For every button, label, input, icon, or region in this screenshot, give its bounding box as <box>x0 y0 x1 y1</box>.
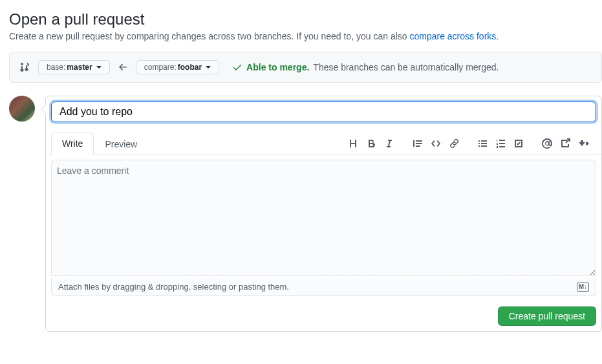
reply-icon[interactable] <box>575 136 591 151</box>
cross-reference-icon[interactable] <box>557 136 573 151</box>
page-header: Open a pull request Create a new pull re… <box>9 10 602 41</box>
check-icon <box>232 62 242 72</box>
markdown-badge-icon[interactable]: M↓ <box>577 283 589 292</box>
page-subtitle: Create a new pull request by comparing c… <box>9 31 602 41</box>
markdown-toolbar <box>335 136 596 151</box>
branch-compare-bar: base: master compare: foobar Able to mer… <box>9 52 602 83</box>
git-compare-icon <box>20 62 30 72</box>
avatar <box>9 96 35 122</box>
composer: Write Preview <box>45 96 602 332</box>
page-title: Open a pull request <box>9 10 602 28</box>
caret-down-icon <box>206 66 211 69</box>
caret-down-icon <box>96 66 102 69</box>
heading-icon[interactable] <box>345 136 361 151</box>
tabnav: Write Preview <box>46 127 601 155</box>
attach-hint[interactable]: Attach files by dragging & dropping, sel… <box>51 278 596 296</box>
mention-icon[interactable] <box>539 136 555 151</box>
merge-status: Able to merge. These branches can be aut… <box>232 62 499 72</box>
bold-icon[interactable] <box>363 136 379 151</box>
pr-title-input[interactable] <box>51 102 596 122</box>
compare-branch-button[interactable]: compare: foobar <box>136 60 219 74</box>
italic-icon[interactable] <box>382 136 397 151</box>
bullet-list-icon[interactable] <box>475 136 490 151</box>
code-icon[interactable] <box>428 136 444 151</box>
discussion: Write Preview <box>9 96 602 332</box>
base-branch-button[interactable]: base: master <box>38 60 110 74</box>
numbered-list-icon[interactable] <box>493 136 508 151</box>
link-icon[interactable] <box>446 136 462 151</box>
create-pull-request-button[interactable]: Create pull request <box>498 306 596 326</box>
compare-forks-link[interactable]: compare across forks <box>409 31 496 41</box>
tasklist-icon[interactable] <box>511 136 526 151</box>
arrow-left-icon <box>118 62 128 72</box>
quote-icon[interactable] <box>410 136 425 151</box>
tab-preview[interactable]: Preview <box>94 133 148 155</box>
merge-able-text: Able to merge. <box>246 62 309 72</box>
tab-write[interactable]: Write <box>51 133 94 155</box>
comment-textarea[interactable] <box>51 160 596 276</box>
merge-note: These branches can be automatically merg… <box>313 62 499 72</box>
